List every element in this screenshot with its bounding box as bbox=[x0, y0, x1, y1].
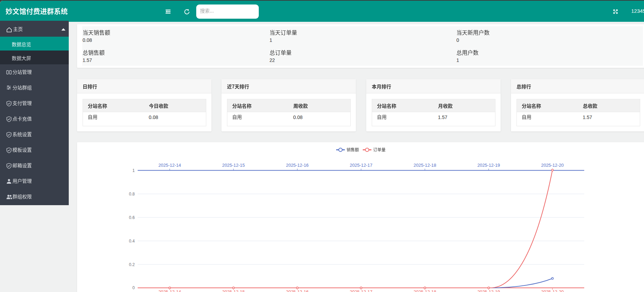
svg-text:0: 0 bbox=[132, 285, 135, 290]
svg-text:2025-12-16: 2025-12-16 bbox=[286, 163, 309, 168]
svg-text:2025-12-16: 2025-12-16 bbox=[286, 289, 309, 292]
svg-text:2025-12-17: 2025-12-17 bbox=[350, 289, 372, 292]
svg-text:2025-12-19: 2025-12-19 bbox=[477, 289, 500, 292]
svg-text:2025-12-15: 2025-12-15 bbox=[222, 163, 245, 168]
svg-text:2025-12-20: 2025-12-20 bbox=[541, 163, 564, 168]
svg-text:2025-12-17: 2025-12-17 bbox=[350, 163, 372, 168]
svg-text:2025-12-18: 2025-12-18 bbox=[414, 163, 436, 168]
svg-text:1: 1 bbox=[132, 168, 135, 173]
svg-text:2025-12-14: 2025-12-14 bbox=[158, 289, 181, 292]
svg-text:0.6: 0.6 bbox=[129, 215, 135, 220]
svg-text:0.4: 0.4 bbox=[129, 239, 135, 244]
svg-text:2025-12-14: 2025-12-14 bbox=[158, 163, 181, 168]
svg-text:0.2: 0.2 bbox=[129, 262, 135, 267]
svg-text:2025-12-20: 2025-12-20 bbox=[541, 289, 564, 292]
svg-text:2025-12-18: 2025-12-18 bbox=[414, 289, 436, 292]
svg-text:2025-12-15: 2025-12-15 bbox=[222, 289, 245, 292]
svg-text:0.8: 0.8 bbox=[129, 192, 135, 197]
svg-text:2025-12-19: 2025-12-19 bbox=[477, 163, 500, 168]
